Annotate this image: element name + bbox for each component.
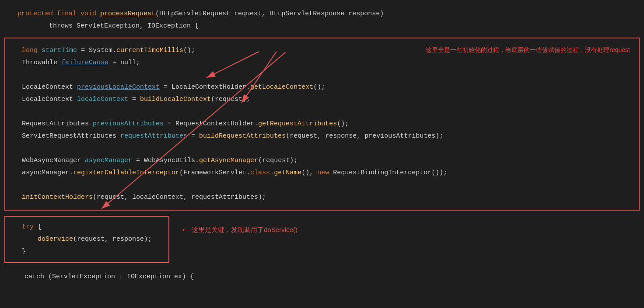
try-arrow: ←	[182, 225, 188, 235]
code-line-7: WebAsyncManager asyncManager = WebAsyncU…	[13, 155, 631, 167]
try-red-box: try { doService(request, response); }	[4, 216, 169, 263]
try-line-1: try {	[13, 221, 161, 233]
code-line-8: asyncManager.registerCallableInterceptor…	[13, 167, 631, 179]
catch-line: catch (ServletException | IOException ex…	[0, 265, 644, 289]
params: (HttpServletRequest request, HttpServlet…	[155, 9, 384, 19]
main-box-border: 这里全是一些初始化的过程，给底层的一些值赋值的过程，没有处理request l	[4, 38, 640, 211]
code-blank-4	[13, 179, 631, 191]
code-container: protected final void processRequest(Http…	[0, 0, 644, 293]
code-line-4: LocaleContext localeContext = buildLocal…	[13, 93, 631, 106]
main-annotation: 这里全是一些初始化的过程，给底层的一些值赋值的过程，没有处理request	[426, 46, 630, 54]
kw-protected: protected final void	[18, 9, 100, 19]
try-line-2: doService(request, response);	[13, 233, 161, 246]
method-processRequest: processRequest	[100, 9, 155, 19]
code-line-3: LocaleContext previousLocaleContext = Lo…	[13, 81, 631, 93]
code-line-6: ServletRequestAttributes requestAttribut…	[13, 130, 631, 142]
main-red-box: 这里全是一些初始化的过程，给底层的一些值赋值的过程，没有处理request l	[4, 38, 640, 211]
throws-text: throws ServletException, IOException {	[18, 21, 199, 31]
code-line-2: Throwable failureCause = null;	[13, 57, 631, 69]
header-line-1: protected final void processRequest(Http…	[9, 8, 635, 20]
code-blank-2	[13, 106, 631, 118]
code-blank-3	[13, 142, 631, 155]
code-line-9: initContextHolders(request, localeContex…	[13, 191, 631, 204]
try-annotation-area: ← 这里是关键，发现调用了doService()	[182, 225, 298, 235]
code-line-5: RequestAttributes previousAttributes = R…	[13, 118, 631, 130]
code-blank-1	[13, 69, 631, 81]
header-line-2: throws ServletException, IOException {	[9, 20, 635, 32]
try-line-3: }	[13, 246, 161, 258]
bottom-section: try { doService(request, response); } ← …	[0, 214, 644, 265]
header-section: protected final void processRequest(Http…	[0, 4, 644, 34]
try-annotation-text: 这里是关键，发现调用了doService()	[192, 226, 298, 234]
